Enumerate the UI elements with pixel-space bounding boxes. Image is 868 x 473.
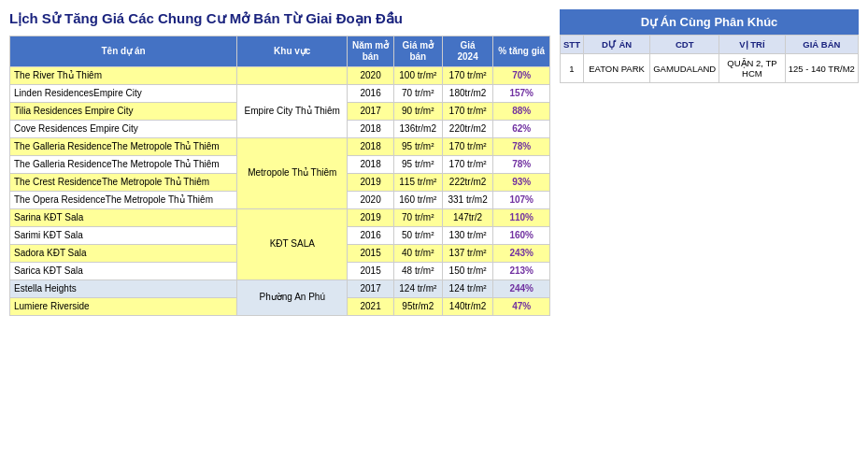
cell-pct-tang-gia: 47% [493,297,550,315]
cell-gia-2024: 124 tr/m² [442,280,492,297]
header-nam-mo-ban: Năm mởbán [348,36,393,66]
cell-cdt: GAMUDALAND [650,54,719,83]
cell-ten-du-an: Tilia Residences Empire City [10,102,237,120]
table-header-row: Tên dự án Khu vực Năm mởbán Giá mởbán Gi… [10,36,550,66]
cell-du-an: EATON PARK [583,54,649,83]
cell-gia-mo-ban: 50 tr/m² [393,226,442,244]
cell-nam-mo-ban: 2017 [348,102,393,120]
right-header-gia-ban: GIÁ BÁN [785,36,858,54]
cell-gia-2024: 140tr/m2 [442,297,492,315]
cell-nam-mo-ban: 2015 [348,244,393,262]
cell-gia-mo-ban: 136tr/m2 [393,120,442,137]
cell-gia-mo-ban: 100 tr/m² [393,66,442,84]
cell-khu-vuc [237,66,348,84]
cell-gia-2024: 331 tr/m2 [442,191,492,208]
header-gia-2024: Giá2024 [442,36,492,66]
cell-gia-mo-ban: 48 tr/m² [393,262,442,280]
cell-nam-mo-ban: 2019 [348,173,393,191]
cell-pct-tang-gia: 244% [493,280,550,297]
table-row: Linden ResidencesEmpire CityEmpire City … [10,84,550,102]
cell-pct-tang-gia: 107% [493,191,550,208]
cell-nam-mo-ban: 2016 [348,226,393,244]
cell-ten-du-an: Sarina KĐT Sala [10,208,237,226]
cell-gia-ban: 125 - 140 TR/M2 [785,54,858,83]
cell-pct-tang-gia: 243% [493,244,550,262]
table-row: Sarina KĐT SalaKĐT SALA201970 tr/m²147tr… [10,208,550,226]
cell-gia-mo-ban: 40 tr/m² [393,244,442,262]
cell-ten-du-an: The Galleria ResidenceThe Metropole Thủ … [10,155,237,173]
right-title: Dự Án Cùng Phân Khúc [560,9,859,35]
cell-nam-mo-ban: 2016 [348,84,393,102]
cell-nam-mo-ban: 2017 [348,280,393,297]
right-table: STT DỰ ÁN CDT VỊ TRÍ GIÁ BÁN 1EATON PARK… [560,35,859,83]
cell-ten-du-an: Sarica KĐT Sala [10,262,237,280]
cell-gia-2024: 130 tr/m² [442,226,492,244]
cell-gia-mo-ban: 70 tr/m² [393,208,442,226]
cell-ten-du-an: Linden ResidencesEmpire City [10,84,237,102]
cell-ten-du-an: Estella Heights [10,280,237,297]
cell-pct-tang-gia: 160% [493,226,550,244]
cell-gia-2024: 170 tr/m² [442,102,492,120]
cell-pct-tang-gia: 93% [493,173,550,191]
cell-pct-tang-gia: 70% [493,66,550,84]
right-header-cdt: CDT [650,36,719,54]
main-table: Tên dự án Khu vực Năm mởbán Giá mởbán Gi… [9,36,550,316]
cell-gia-mo-ban: 95 tr/m² [393,155,442,173]
cell-pct-tang-gia: 62% [493,120,550,137]
cell-stt: 1 [561,54,584,83]
cell-gia-mo-ban: 90 tr/m² [393,102,442,120]
cell-pct-tang-gia: 78% [493,137,550,155]
cell-gia-mo-ban: 70 tr/m² [393,84,442,102]
cell-gia-2024: 170 tr/m² [442,66,492,84]
cell-khu-vuc: Empire City Thủ Thiêm [237,84,348,137]
left-section: Lịch Sử Tăng Giá Các Chung Cư Mở Bán Từ … [9,9,550,464]
cell-khu-vuc: KĐT SALA [237,208,348,280]
cell-gia-mo-ban: 95 tr/m² [393,137,442,155]
cell-gia-mo-ban: 160 tr/m² [393,191,442,208]
cell-ten-du-an: Cove Residences Empire City [10,120,237,137]
left-title: Lịch Sử Tăng Giá Các Chung Cư Mở Bán Từ … [9,9,550,28]
right-section: Dự Án Cùng Phân Khúc STT DỰ ÁN CDT VỊ TR… [560,9,859,464]
cell-nam-mo-ban: 2020 [348,66,393,84]
cell-nam-mo-ban: 2019 [348,208,393,226]
cell-gia-mo-ban: 95tr/m2 [393,297,442,315]
cell-vi-tri: QUẬN 2, TP HCM [719,54,785,83]
header-ten-du-an: Tên dự án [10,36,237,66]
cell-khu-vuc: Metropole Thủ Thiêm [237,137,348,208]
cell-pct-tang-gia: 157% [493,84,550,102]
cell-ten-du-an: Sadora KĐT Sala [10,244,237,262]
cell-pct-tang-gia: 78% [493,155,550,173]
header-khu-vuc: Khu vực [237,36,348,66]
right-table-row: 1EATON PARKGAMUDALANDQUẬN 2, TP HCM125 -… [561,54,859,83]
cell-nam-mo-ban: 2015 [348,262,393,280]
table-row: The Galleria ResidenceThe Metropole Thủ … [10,137,550,155]
cell-gia-2024: 220tr/m2 [442,120,492,137]
cell-ten-du-an: The Opera ResidenceThe Metropole Thủ Thi… [10,191,237,208]
cell-ten-du-an: Sarimi KĐT Sala [10,226,237,244]
right-header-row: STT DỰ ÁN CDT VỊ TRÍ GIÁ BÁN [561,36,859,54]
right-header-du-an: DỰ ÁN [583,36,649,54]
cell-ten-du-an: Lumiere Riverside [10,297,237,315]
cell-nam-mo-ban: 2018 [348,155,393,173]
cell-ten-du-an: The Crest ResidenceThe Metropole Thủ Thi… [10,173,237,191]
table-row: Estella HeightsPhường An Phú2017124 tr/m… [10,280,550,297]
cell-gia-2024: 137 tr/m² [442,244,492,262]
right-header-stt: STT [561,36,584,54]
header-gia-mo-ban: Giá mởbán [393,36,442,66]
cell-ten-du-an: The River Thủ Thiêm [10,66,237,84]
cell-nam-mo-ban: 2020 [348,191,393,208]
cell-gia-2024: 180tr/m2 [442,84,492,102]
cell-gia-2024: 150 tr/m² [442,262,492,280]
cell-gia-mo-ban: 124 tr/m² [393,280,442,297]
cell-pct-tang-gia: 110% [493,208,550,226]
cell-ten-du-an: The Galleria ResidenceThe Metropole Thủ … [10,137,237,155]
cell-pct-tang-gia: 213% [493,262,550,280]
cell-gia-2024: 170 tr/m² [442,137,492,155]
cell-nam-mo-ban: 2021 [348,297,393,315]
right-header-vi-tri: VỊ TRÍ [719,36,785,54]
cell-gia-mo-ban: 115 tr/m² [393,173,442,191]
table-row: The River Thủ Thiêm2020100 tr/m²170 tr/m… [10,66,550,84]
cell-gia-2024: 147tr/2 [442,208,492,226]
cell-nam-mo-ban: 2018 [348,137,393,155]
header-pct-tang-gia: % tăng giá [493,36,550,66]
